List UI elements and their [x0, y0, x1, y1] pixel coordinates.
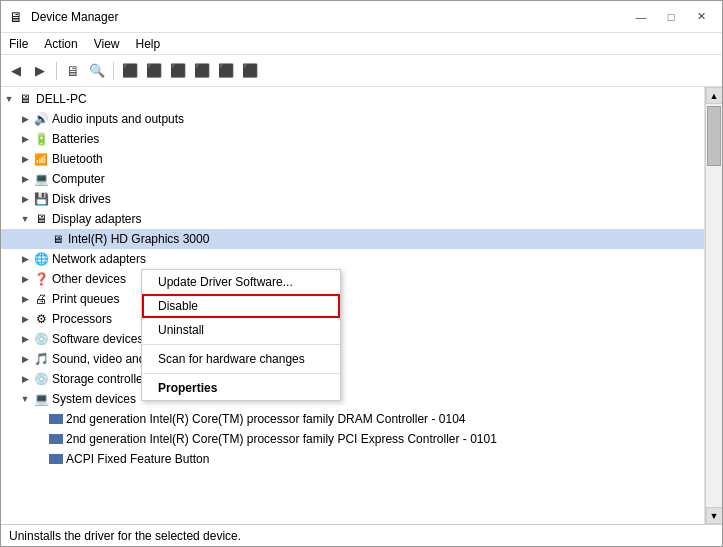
toolbar-sep2 — [113, 62, 114, 80]
sys2-label: 2nd generation Intel(R) Core(TM) process… — [66, 432, 497, 446]
device-tree[interactable]: ▼ 🖥 DELL-PC ▶ 🔊 Audio inputs and outputs… — [1, 87, 705, 524]
status-bar: Uninstalls the driver for the selected d… — [1, 524, 722, 546]
minimize-button[interactable]: — — [628, 8, 654, 26]
otherdevices-expand[interactable]: ▶ — [17, 271, 33, 287]
audio-expand[interactable]: ▶ — [17, 111, 33, 127]
window-controls: — □ ✕ — [628, 8, 714, 26]
root-icon: 🖥 — [17, 91, 33, 107]
menu-help[interactable]: Help — [128, 35, 169, 53]
tree-item-displayadapters[interactable]: ▼ 🖥 Display adapters — [1, 209, 704, 229]
maximize-button[interactable]: □ — [658, 8, 684, 26]
scroll-track[interactable] — [706, 104, 722, 507]
softwaredevices-label: Software devices — [52, 332, 143, 346]
tree-item-sys2[interactable]: 2nd generation Intel(R) Core(TM) process… — [1, 429, 704, 449]
audio-icon: 🔊 — [33, 111, 49, 127]
sys1-label: 2nd generation Intel(R) Core(TM) process… — [66, 412, 465, 426]
toolbar-search[interactable]: 🔍 — [86, 60, 108, 82]
ctx-sep2 — [142, 373, 340, 374]
tree-item-batteries[interactable]: ▶ 🔋 Batteries — [1, 129, 704, 149]
scrollbar[interactable]: ▲ ▼ — [705, 87, 722, 524]
ctx-scan[interactable]: Scan for hardware changes — [142, 347, 340, 371]
processors-label: Processors — [52, 312, 112, 326]
tree-item-computer[interactable]: ▶ 💻 Computer — [1, 169, 704, 189]
network-icon: 🌐 — [33, 251, 49, 267]
displayadapters-expand[interactable]: ▼ — [17, 211, 33, 227]
processors-expand[interactable]: ▶ — [17, 311, 33, 327]
tree-item-network[interactable]: ▶ 🌐 Network adapters — [1, 249, 704, 269]
bluetooth-expand[interactable]: ▶ — [17, 151, 33, 167]
tree-item-bluetooth[interactable]: ▶ 📶 Bluetooth — [1, 149, 704, 169]
tree-item-storage[interactable]: ▶ 💿 Storage controllers — [1, 369, 704, 389]
toolbar-back[interactable]: ◀ — [5, 60, 27, 82]
ctx-properties[interactable]: Properties — [142, 376, 340, 400]
tree-item-sys1[interactable]: 2nd generation Intel(R) Core(TM) process… — [1, 409, 704, 429]
ctx-disable[interactable]: Disable — [142, 294, 340, 318]
sound-expand[interactable]: ▶ — [17, 351, 33, 367]
softwaredevices-icon: 💿 — [33, 331, 49, 347]
systemdevices-expand[interactable]: ▼ — [17, 391, 33, 407]
tree-root[interactable]: ▼ 🖥 DELL-PC — [1, 89, 704, 109]
scroll-down[interactable]: ▼ — [706, 507, 723, 524]
intelgfx-icon: 🖥 — [49, 231, 65, 247]
tree-item-printqueues[interactable]: ▶ 🖨 Print queues — [1, 289, 704, 309]
systemdevices-label: System devices — [52, 392, 136, 406]
network-expand[interactable]: ▶ — [17, 251, 33, 267]
menu-action[interactable]: Action — [36, 35, 85, 53]
sys2-expand — [33, 431, 49, 447]
sound-icon: 🎵 — [33, 351, 49, 367]
sys2-icon — [49, 434, 63, 444]
device-manager-window: 🖥 Device Manager — □ ✕ File Action View … — [0, 0, 723, 547]
diskdrives-expand[interactable]: ▶ — [17, 191, 33, 207]
ctx-uninstall[interactable]: Uninstall — [142, 318, 340, 342]
app-icon: 🖥 — [9, 9, 25, 25]
close-button[interactable]: ✕ — [688, 8, 714, 26]
bluetooth-icon: 📶 — [33, 151, 49, 167]
storage-expand[interactable]: ▶ — [17, 371, 33, 387]
bluetooth-label: Bluetooth — [52, 152, 103, 166]
diskdrives-label: Disk drives — [52, 192, 111, 206]
status-text: Uninstalls the driver for the selected d… — [9, 529, 241, 543]
root-expand[interactable]: ▼ — [1, 91, 17, 107]
computer-label: Computer — [52, 172, 105, 186]
scroll-up[interactable]: ▲ — [706, 87, 723, 104]
printqueues-expand[interactable]: ▶ — [17, 291, 33, 307]
tree-item-softwaredevices[interactable]: ▶ 💿 Software devices — [1, 329, 704, 349]
sys3-expand — [33, 451, 49, 467]
menu-view[interactable]: View — [86, 35, 128, 53]
window-title: Device Manager — [31, 10, 118, 24]
ctx-update[interactable]: Update Driver Software... — [142, 270, 340, 294]
ctx-sep1 — [142, 344, 340, 345]
softwaredevices-expand[interactable]: ▶ — [17, 331, 33, 347]
tree-item-diskdrives[interactable]: ▶ 💾 Disk drives — [1, 189, 704, 209]
tree-item-audio[interactable]: ▶ 🔊 Audio inputs and outputs — [1, 109, 704, 129]
main-area: ▼ 🖥 DELL-PC ▶ 🔊 Audio inputs and outputs… — [1, 87, 722, 524]
printqueues-label: Print queues — [52, 292, 119, 306]
computer-expand[interactable]: ▶ — [17, 171, 33, 187]
toolbar-btn6[interactable]: ⬛ — [191, 60, 213, 82]
tree-item-sys3[interactable]: ACPI Fixed Feature Button — [1, 449, 704, 469]
storage-label: Storage controllers — [52, 372, 153, 386]
processors-icon: ⚙ — [33, 311, 49, 327]
storage-icon: 💿 — [33, 371, 49, 387]
tree-item-sound[interactable]: ▶ 🎵 Sound, video and game controllers — [1, 349, 704, 369]
batteries-expand[interactable]: ▶ — [17, 131, 33, 147]
toolbar-forward[interactable]: ▶ — [29, 60, 51, 82]
tree-item-processors[interactable]: ▶ ⚙ Processors — [1, 309, 704, 329]
diskdrives-icon: 💾 — [33, 191, 49, 207]
scroll-thumb[interactable] — [707, 106, 721, 166]
intelgfx-label: Intel(R) HD Graphics 3000 — [68, 232, 209, 246]
toolbar-btn4[interactable]: ⬛ — [143, 60, 165, 82]
toolbar-btn8[interactable]: ⬛ — [239, 60, 261, 82]
tree-item-intelgfx[interactable]: 🖥 Intel(R) HD Graphics 3000 — [1, 229, 704, 249]
computer-icon: 💻 — [33, 171, 49, 187]
audio-label: Audio inputs and outputs — [52, 112, 184, 126]
tree-item-otherdevices[interactable]: ▶ ❓ Other devices — [1, 269, 704, 289]
toolbar-btn5[interactable]: ⬛ — [167, 60, 189, 82]
toolbar-properties[interactable]: 🖥 — [62, 60, 84, 82]
toolbar-btn7[interactable]: ⬛ — [215, 60, 237, 82]
toolbar-btn3[interactable]: ⬛ — [119, 60, 141, 82]
otherdevices-label: Other devices — [52, 272, 126, 286]
tree-item-systemdevices[interactable]: ▼ 💻 System devices — [1, 389, 704, 409]
menu-file[interactable]: File — [1, 35, 36, 53]
batteries-label: Batteries — [52, 132, 99, 146]
